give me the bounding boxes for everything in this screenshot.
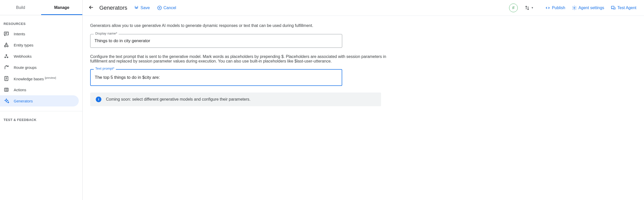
- sidebar-item-webhooks[interactable]: Webhooks: [0, 51, 79, 62]
- avatar-initial: F: [512, 6, 515, 10]
- back-button[interactable]: [87, 3, 96, 13]
- chevron-down-icon: ▼: [531, 6, 533, 9]
- config-text: Configure the text prompt that is sent t…: [90, 54, 387, 64]
- save-label: Save: [140, 6, 150, 10]
- sidebar-item-entity-types[interactable]: Entity types: [0, 39, 79, 51]
- notice-banner: i Coming soon: select different generati…: [90, 93, 381, 106]
- message-icon: [4, 31, 9, 37]
- sidebar-item-generators[interactable]: Generators: [0, 95, 79, 106]
- tab-manage[interactable]: Manage: [41, 0, 82, 15]
- sidebar-item-label: Generators: [14, 99, 33, 103]
- svg-rect-0: [4, 32, 9, 35]
- gear-icon: [572, 5, 577, 10]
- sidebar-item-label: Knowledge bases[preview]: [14, 76, 56, 81]
- test-agent-label: Test Agent: [617, 6, 636, 10]
- sidebar-item-label: Route groups: [14, 65, 37, 70]
- sidebar: Build Manage RESOURCES Intents Entity ty…: [0, 0, 83, 200]
- save-icon: [134, 5, 139, 10]
- text-prompt-input[interactable]: [90, 69, 342, 86]
- tab-build[interactable]: Build: [0, 0, 41, 15]
- display-name-label: Display name*: [94, 32, 119, 35]
- sidebar-item-knowledge-bases[interactable]: Knowledge bases[preview]: [0, 73, 79, 84]
- webhook-icon: [4, 53, 9, 59]
- content: Generators allow you to use generative A…: [83, 16, 644, 114]
- sidebar-item-route-groups[interactable]: Route groups: [0, 62, 79, 73]
- display-name-field: Display name*: [90, 34, 342, 48]
- arrow-left-icon: [88, 4, 94, 10]
- sort-icon: [524, 5, 530, 11]
- text-prompt-field: Text prompt*: [90, 69, 342, 86]
- topbar: Generators Save Cancel F ▼: [83, 0, 644, 16]
- save-button[interactable]: Save: [131, 4, 152, 12]
- sidebar-item-label: Actions: [14, 88, 26, 92]
- avatar[interactable]: F: [509, 4, 518, 12]
- svg-point-4: [7, 57, 8, 58]
- sidebar-item-label: Entity types: [14, 43, 34, 47]
- svg-rect-7: [5, 88, 8, 91]
- document-icon: [4, 76, 9, 81]
- svg-point-9: [574, 7, 575, 8]
- sidebar-item-intents[interactable]: Intents: [0, 28, 79, 39]
- sidebar-tabs: Build Manage: [0, 0, 82, 15]
- main: Generators Save Cancel F ▼: [83, 0, 644, 200]
- columns-icon: [4, 87, 9, 93]
- sparkle-icon: [4, 98, 9, 104]
- sort-dropdown-button[interactable]: ▼: [524, 5, 533, 11]
- svg-rect-10: [611, 6, 614, 8]
- sidebar-resources-list: Intents Entity types Webhooks Route grou…: [0, 28, 82, 106]
- svg-point-5: [6, 55, 7, 56]
- route-icon: [4, 65, 9, 70]
- display-name-input[interactable]: [90, 34, 342, 48]
- sidebar-item-label: Intents: [14, 32, 25, 36]
- text-prompt-label: Text prompt*: [94, 67, 116, 70]
- publish-label: Publish: [552, 6, 565, 10]
- notice-text: Coming soon: select different generative…: [106, 97, 250, 102]
- svg-point-2: [7, 45, 8, 47]
- chat-icon: [611, 5, 616, 10]
- agent-settings-button[interactable]: Agent settings: [569, 4, 607, 12]
- sidebar-item-label: Webhooks: [14, 54, 32, 58]
- shapes-icon: [4, 42, 9, 48]
- info-icon: i: [96, 97, 101, 102]
- tab-build-label: Build: [16, 5, 25, 10]
- code-icon: [545, 5, 550, 10]
- publish-button[interactable]: Publish: [543, 4, 568, 12]
- cancel-button[interactable]: Cancel: [154, 4, 179, 12]
- cancel-label: Cancel: [164, 6, 176, 10]
- section-resources: RESOURCES: [0, 15, 82, 28]
- svg-rect-1: [5, 45, 6, 47]
- preview-badge: [preview]: [45, 76, 56, 79]
- agent-settings-label: Agent settings: [578, 6, 604, 10]
- cancel-icon: [157, 5, 162, 10]
- tab-manage-label: Manage: [54, 5, 69, 10]
- page-title: Generators: [99, 5, 127, 11]
- section-test-feedback: TEST & FEEDBACK: [0, 111, 82, 124]
- svg-point-3: [5, 57, 6, 58]
- intro-text: Generators allow you to use generative A…: [90, 23, 636, 28]
- sidebar-item-actions[interactable]: Actions: [0, 84, 79, 95]
- test-agent-button[interactable]: Test Agent: [608, 4, 639, 12]
